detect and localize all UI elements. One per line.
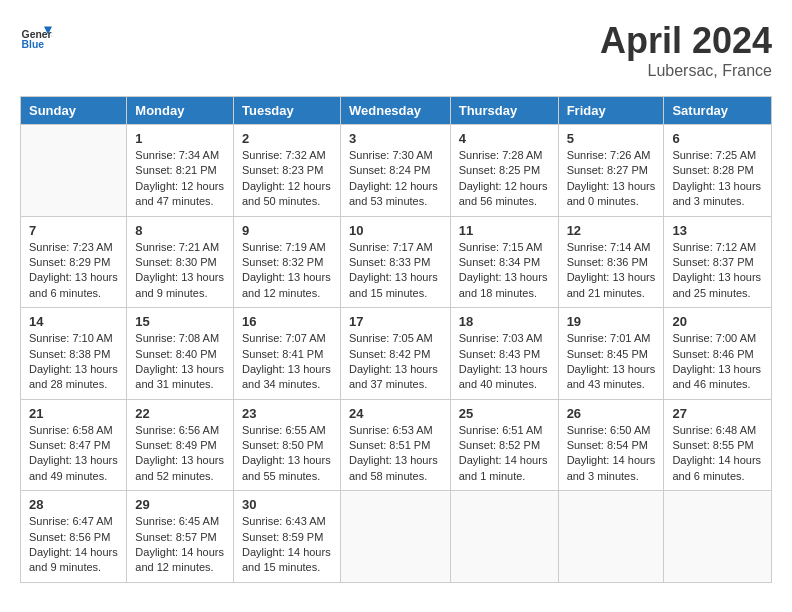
logo-icon: General Blue: [20, 20, 52, 52]
day-number: 30: [242, 497, 332, 512]
day-cell: 5Sunrise: 7:26 AM Sunset: 8:27 PM Daylig…: [558, 125, 664, 217]
day-info: Sunrise: 7:01 AM Sunset: 8:45 PM Dayligh…: [567, 331, 656, 393]
location: Lubersac, France: [600, 62, 772, 80]
logo: General Blue: [20, 20, 52, 52]
day-cell: 26Sunrise: 6:50 AM Sunset: 8:54 PM Dayli…: [558, 399, 664, 491]
column-header-thursday: Thursday: [450, 97, 558, 125]
day-number: 11: [459, 223, 550, 238]
column-header-row: SundayMondayTuesdayWednesdayThursdayFrid…: [21, 97, 772, 125]
column-header-wednesday: Wednesday: [340, 97, 450, 125]
day-info: Sunrise: 7:25 AM Sunset: 8:28 PM Dayligh…: [672, 148, 763, 210]
day-cell: 8Sunrise: 7:21 AM Sunset: 8:30 PM Daylig…: [127, 216, 234, 308]
day-cell: 23Sunrise: 6:55 AM Sunset: 8:50 PM Dayli…: [233, 399, 340, 491]
day-number: 9: [242, 223, 332, 238]
day-cell: 25Sunrise: 6:51 AM Sunset: 8:52 PM Dayli…: [450, 399, 558, 491]
day-info: Sunrise: 7:15 AM Sunset: 8:34 PM Dayligh…: [459, 240, 550, 302]
day-info: Sunrise: 6:48 AM Sunset: 8:55 PM Dayligh…: [672, 423, 763, 485]
column-header-tuesday: Tuesday: [233, 97, 340, 125]
day-number: 23: [242, 406, 332, 421]
day-cell: 14Sunrise: 7:10 AM Sunset: 8:38 PM Dayli…: [21, 308, 127, 400]
week-row-3: 14Sunrise: 7:10 AM Sunset: 8:38 PM Dayli…: [21, 308, 772, 400]
column-header-saturday: Saturday: [664, 97, 772, 125]
day-cell: 2Sunrise: 7:32 AM Sunset: 8:23 PM Daylig…: [233, 125, 340, 217]
day-cell: 4Sunrise: 7:28 AM Sunset: 8:25 PM Daylig…: [450, 125, 558, 217]
day-info: Sunrise: 7:23 AM Sunset: 8:29 PM Dayligh…: [29, 240, 118, 302]
day-cell: 16Sunrise: 7:07 AM Sunset: 8:41 PM Dayli…: [233, 308, 340, 400]
day-info: Sunrise: 7:26 AM Sunset: 8:27 PM Dayligh…: [567, 148, 656, 210]
week-row-1: 1Sunrise: 7:34 AM Sunset: 8:21 PM Daylig…: [21, 125, 772, 217]
day-number: 28: [29, 497, 118, 512]
day-cell: 24Sunrise: 6:53 AM Sunset: 8:51 PM Dayli…: [340, 399, 450, 491]
day-info: Sunrise: 6:51 AM Sunset: 8:52 PM Dayligh…: [459, 423, 550, 485]
day-cell: 27Sunrise: 6:48 AM Sunset: 8:55 PM Dayli…: [664, 399, 772, 491]
column-header-sunday: Sunday: [21, 97, 127, 125]
day-cell: 9Sunrise: 7:19 AM Sunset: 8:32 PM Daylig…: [233, 216, 340, 308]
day-cell: 19Sunrise: 7:01 AM Sunset: 8:45 PM Dayli…: [558, 308, 664, 400]
day-info: Sunrise: 7:05 AM Sunset: 8:42 PM Dayligh…: [349, 331, 442, 393]
day-cell: 17Sunrise: 7:05 AM Sunset: 8:42 PM Dayli…: [340, 308, 450, 400]
day-info: Sunrise: 7:17 AM Sunset: 8:33 PM Dayligh…: [349, 240, 442, 302]
day-cell: [664, 491, 772, 583]
day-cell: 12Sunrise: 7:14 AM Sunset: 8:36 PM Dayli…: [558, 216, 664, 308]
day-number: 18: [459, 314, 550, 329]
day-info: Sunrise: 6:43 AM Sunset: 8:59 PM Dayligh…: [242, 514, 332, 576]
day-number: 12: [567, 223, 656, 238]
day-cell: 10Sunrise: 7:17 AM Sunset: 8:33 PM Dayli…: [340, 216, 450, 308]
day-info: Sunrise: 7:34 AM Sunset: 8:21 PM Dayligh…: [135, 148, 225, 210]
day-number: 1: [135, 131, 225, 146]
day-cell: 22Sunrise: 6:56 AM Sunset: 8:49 PM Dayli…: [127, 399, 234, 491]
day-info: Sunrise: 7:08 AM Sunset: 8:40 PM Dayligh…: [135, 331, 225, 393]
day-info: Sunrise: 6:50 AM Sunset: 8:54 PM Dayligh…: [567, 423, 656, 485]
column-header-monday: Monday: [127, 97, 234, 125]
day-number: 3: [349, 131, 442, 146]
day-number: 5: [567, 131, 656, 146]
svg-text:Blue: Blue: [22, 39, 45, 50]
day-number: 14: [29, 314, 118, 329]
day-number: 25: [459, 406, 550, 421]
day-number: 20: [672, 314, 763, 329]
week-row-5: 28Sunrise: 6:47 AM Sunset: 8:56 PM Dayli…: [21, 491, 772, 583]
calendar-table: SundayMondayTuesdayWednesdayThursdayFrid…: [20, 96, 772, 583]
day-cell: [21, 125, 127, 217]
day-cell: 28Sunrise: 6:47 AM Sunset: 8:56 PM Dayli…: [21, 491, 127, 583]
day-cell: [558, 491, 664, 583]
day-cell: 13Sunrise: 7:12 AM Sunset: 8:37 PM Dayli…: [664, 216, 772, 308]
day-info: Sunrise: 7:14 AM Sunset: 8:36 PM Dayligh…: [567, 240, 656, 302]
day-cell: 15Sunrise: 7:08 AM Sunset: 8:40 PM Dayli…: [127, 308, 234, 400]
day-cell: 18Sunrise: 7:03 AM Sunset: 8:43 PM Dayli…: [450, 308, 558, 400]
day-number: 6: [672, 131, 763, 146]
day-info: Sunrise: 6:55 AM Sunset: 8:50 PM Dayligh…: [242, 423, 332, 485]
day-info: Sunrise: 6:47 AM Sunset: 8:56 PM Dayligh…: [29, 514, 118, 576]
day-cell: 3Sunrise: 7:30 AM Sunset: 8:24 PM Daylig…: [340, 125, 450, 217]
day-cell: 29Sunrise: 6:45 AM Sunset: 8:57 PM Dayli…: [127, 491, 234, 583]
day-number: 7: [29, 223, 118, 238]
day-number: 22: [135, 406, 225, 421]
day-cell: 21Sunrise: 6:58 AM Sunset: 8:47 PM Dayli…: [21, 399, 127, 491]
day-number: 19: [567, 314, 656, 329]
day-info: Sunrise: 7:12 AM Sunset: 8:37 PM Dayligh…: [672, 240, 763, 302]
day-info: Sunrise: 6:53 AM Sunset: 8:51 PM Dayligh…: [349, 423, 442, 485]
day-cell: [340, 491, 450, 583]
day-number: 10: [349, 223, 442, 238]
day-info: Sunrise: 7:32 AM Sunset: 8:23 PM Dayligh…: [242, 148, 332, 210]
column-header-friday: Friday: [558, 97, 664, 125]
day-info: Sunrise: 7:10 AM Sunset: 8:38 PM Dayligh…: [29, 331, 118, 393]
day-number: 21: [29, 406, 118, 421]
day-cell: 7Sunrise: 7:23 AM Sunset: 8:29 PM Daylig…: [21, 216, 127, 308]
day-info: Sunrise: 7:30 AM Sunset: 8:24 PM Dayligh…: [349, 148, 442, 210]
day-cell: 1Sunrise: 7:34 AM Sunset: 8:21 PM Daylig…: [127, 125, 234, 217]
day-info: Sunrise: 7:03 AM Sunset: 8:43 PM Dayligh…: [459, 331, 550, 393]
day-cell: 30Sunrise: 6:43 AM Sunset: 8:59 PM Dayli…: [233, 491, 340, 583]
day-info: Sunrise: 7:00 AM Sunset: 8:46 PM Dayligh…: [672, 331, 763, 393]
title-block: April 2024 Lubersac, France: [600, 20, 772, 80]
day-info: Sunrise: 6:58 AM Sunset: 8:47 PM Dayligh…: [29, 423, 118, 485]
day-cell: 6Sunrise: 7:25 AM Sunset: 8:28 PM Daylig…: [664, 125, 772, 217]
day-info: Sunrise: 7:19 AM Sunset: 8:32 PM Dayligh…: [242, 240, 332, 302]
day-number: 8: [135, 223, 225, 238]
day-number: 2: [242, 131, 332, 146]
day-number: 15: [135, 314, 225, 329]
day-info: Sunrise: 7:21 AM Sunset: 8:30 PM Dayligh…: [135, 240, 225, 302]
week-row-2: 7Sunrise: 7:23 AM Sunset: 8:29 PM Daylig…: [21, 216, 772, 308]
day-info: Sunrise: 6:45 AM Sunset: 8:57 PM Dayligh…: [135, 514, 225, 576]
day-number: 4: [459, 131, 550, 146]
